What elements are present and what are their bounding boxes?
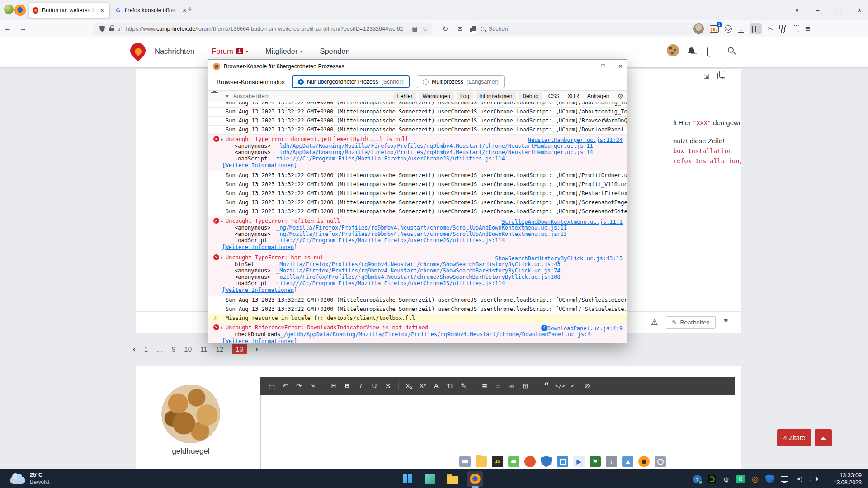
console-close-button[interactable] [618,62,623,70]
taskbar-app-icon[interactable] [422,471,438,487]
downloads-icon[interactable] [738,25,744,33]
quote-icon[interactable] [724,317,728,328]
filter-button-log[interactable]: Log [457,92,473,100]
reader-mode-icon[interactable] [412,25,417,32]
conversations-icon[interactable] [707,47,708,56]
heading-icon[interactable]: H [328,377,340,395]
spoiler-icon[interactable]: ⊘ [581,377,593,395]
shield-status-icon[interactable] [541,456,552,467]
page-number[interactable]: 1 [144,345,148,353]
console-maximize-button[interactable] [601,62,604,70]
learn-more-link[interactable]: [Weitere Informationen] [222,338,297,343]
table-icon[interactable]: ⊞ [519,377,531,395]
cube-status-icon[interactable] [557,456,568,467]
lock-icon[interactable] [109,28,114,31]
undo-icon[interactable]: ↶ [279,377,291,395]
italic-icon[interactable]: I [355,377,367,395]
console-mode-option[interactable]: Multiprozess(Langsamer) [417,75,505,88]
download-status-icon[interactable] [606,456,617,467]
learn-more-link[interactable]: [Weitere Informationen] [222,244,297,250]
filter-button-informationen[interactable]: Informationen [476,92,516,100]
forum-nav-nachrichten[interactable]: Nachrichten [155,47,194,56]
weather-widget[interactable]: 25°C Bewölkt [10,471,50,486]
edit-button[interactable]: Bearbeiten [666,316,716,329]
flag-status-icon[interactable] [590,456,601,467]
folder-status-icon[interactable] [476,456,487,467]
tracking-shield-icon[interactable] [99,26,105,32]
tab-close-icon[interactable] [181,7,188,14]
learn-more-link[interactable]: [Weitere Informationen] [222,162,297,169]
page-number[interactable]: 12 [216,345,224,353]
link-icon[interactable]: ∞ [506,377,518,395]
inline-code-icon[interactable]: >_ [568,377,580,395]
error-source-link[interactable]: ShowSearchBarHistoryByClick.uc.js:43:15 [495,255,623,262]
camera-status-icon[interactable] [655,456,666,467]
underline-icon[interactable]: U [368,377,380,395]
stack-source-link[interactable]: file:///C:/Program Files/Mozilla Firefox… [276,280,505,286]
expand-icon[interactable] [704,73,711,80]
close-button[interactable] [855,6,863,14]
filter-toggle-anfragen[interactable]: Anfragen [585,92,612,100]
profile-avatar[interactable] [693,23,704,34]
error-source-link[interactable]: ScrollUpAndDownKontextmenu.uc.js:11:1 [502,218,623,225]
filter-button-warnungen[interactable]: Warnungen [419,92,454,100]
firefox-logo-icon[interactable] [14,5,26,16]
highlight-icon[interactable]: ✎ [458,377,469,395]
author-avatar[interactable] [161,385,220,443]
camp-firefox-logo-icon[interactable] [130,43,146,58]
subscript-icon[interactable]: X₂ [403,377,415,395]
fullscreen-icon[interactable]: ⇲ [307,377,318,395]
filter-button-fehler[interactable]: Fehler [393,92,416,100]
stack-source-link[interactable]: _ng/Mozilla/Firefox/Profiles/rq9bmbv4.Ne… [276,231,567,237]
font-color-icon[interactable]: A [430,377,442,395]
stack-source-link[interactable]: _ng/Mozilla/Firefox/Profiles/rq9bmbv4.Ne… [276,225,567,231]
redo-icon[interactable]: ↷ [293,377,305,395]
firefox-taskbar-icon[interactable] [467,471,483,487]
error-source-link[interactable]: NeustartHamburger.uc.js:11:24 [528,136,623,144]
search-tray-icon[interactable] [751,475,760,483]
filter-button-debug[interactable]: Debug [519,92,542,100]
code-icon[interactable]: </> [554,377,566,395]
bold-icon[interactable]: B [341,377,353,395]
learn-more-link[interactable]: [Weitere Informationen] [222,287,297,293]
font-size-icon[interactable]: Tt [444,377,456,395]
copy-icon[interactable] [717,73,723,79]
image-status-icon[interactable] [622,456,633,467]
forum-search-icon[interactable] [728,47,734,53]
next-page-icon[interactable] [255,345,258,354]
usb-tray-icon[interactable] [722,475,731,483]
filter-toggle-css[interactable]: CSS [546,92,562,100]
prev-page-icon[interactable] [133,345,136,354]
search-bar[interactable]: Suchen [476,23,712,35]
browser-tab[interactable]: Button um weiteres Profil zu öff [29,3,109,18]
forward-button[interactable] [15,24,31,33]
browser-tab[interactable]: firefox konsole öffnen - Google [111,3,192,18]
stack-source-link[interactable]: _ozilla/Firefox/Profiles/rq9bmbv4.Neusta… [276,274,561,280]
align-icon[interactable]: ≡ [492,377,504,395]
page-number[interactable]: 10 [184,345,192,353]
permissions-icon[interactable] [118,27,123,31]
forum-nav-spenden[interactable]: Spenden [320,47,349,56]
error-source-link[interactable]: DownloadPanel.uc.js:4:9 [547,325,623,332]
reload-icon[interactable] [441,25,449,33]
forum-nav-forum[interactable]: Forum1 [212,47,248,56]
filter-input[interactable]: Ausgabe filtern [233,93,390,99]
minimize-button[interactable] [814,7,822,14]
power-tray-icon[interactable] [809,475,817,483]
library-icon[interactable] [779,25,787,33]
desktop-icon[interactable] [4,5,14,14]
tab-close-icon[interactable] [99,7,106,14]
list-all-tabs-icon[interactable] [793,7,801,14]
user-avatar[interactable] [667,44,679,56]
page-number[interactable]: 13 [232,344,247,354]
stats-monitor-icon[interactable]: 1 [710,25,719,33]
superscript-icon[interactable]: X² [417,377,429,395]
clear-console-trash-icon[interactable] [212,94,217,99]
quote-icon[interactable]: “ [541,377,552,395]
stack-source-link[interactable]: file:///C:/Program Files/Mozilla Firefox… [276,237,505,244]
insert-template-icon[interactable]: ▤ [266,377,278,395]
console-titlebar[interactable]: Browser-Konsole für übergeordneten Proze… [208,60,627,73]
stack-source-link[interactable]: _ldh/AppData/Roaming/Mozilla/Firefox/Pro… [276,149,593,155]
defender-tray-icon[interactable] [765,475,774,483]
scroll-top-button[interactable] [815,429,832,446]
